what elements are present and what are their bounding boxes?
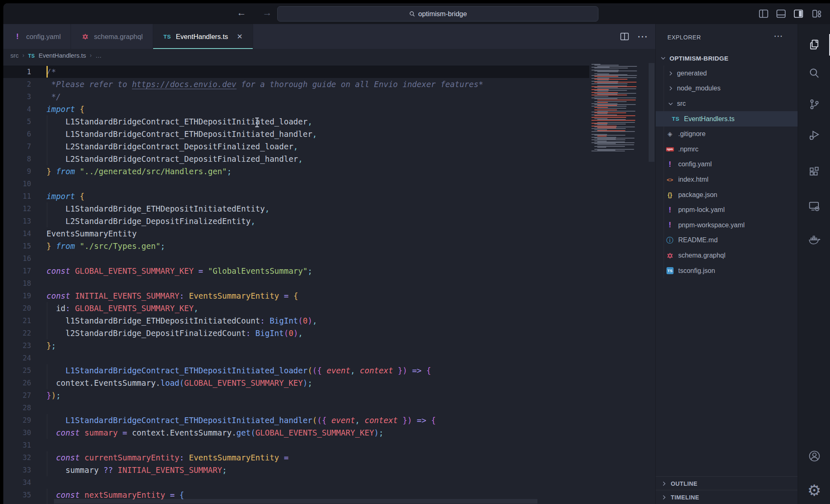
- code-line-33[interactable]: 33 summary ?? INITIAL_EVENTS_SUMMARY;: [3, 464, 655, 476]
- code-line-19[interactable]: 19const INITIAL_EVENTS_SUMMARY: EventsSu…: [3, 290, 655, 302]
- settings-icon[interactable]: ⚙: [807, 483, 822, 498]
- command-center-search[interactable]: optimism-bridge: [277, 6, 598, 22]
- back-arrow-icon[interactable]: ←: [237, 7, 246, 18]
- code-line-14[interactable]: 14EventsSummaryEntity: [3, 227, 655, 240]
- tree-item-label: pnpm-lock.yaml: [678, 206, 725, 214]
- tree-item-schema-graphql[interactable]: schema.graphql: [656, 248, 798, 263]
- minimap-line: [591, 117, 626, 118]
- minimap[interactable]: [591, 64, 646, 153]
- tree-item-node-modules[interactable]: node_modules: [656, 81, 798, 96]
- code-line-2[interactable]: 2 *Please refer to https://docs.envio.de…: [3, 78, 655, 90]
- tree-item-pnpm-lock-yaml[interactable]: !pnpm-lock.yaml: [656, 202, 798, 218]
- tab-eventhandlers-ts[interactable]: TSEventHandlers.ts✕: [153, 24, 253, 49]
- tab-config-yaml[interactable]: !config.yaml: [3, 24, 71, 49]
- code-line-5[interactable]: 5 L1StandardBridgeContract_ETHDepositIni…: [3, 115, 655, 128]
- code-line-8[interactable]: 8 L2StandardBridgeContract_DepositFinali…: [3, 153, 655, 165]
- breadcrumb-item[interactable]: EventHandlers.ts: [39, 52, 86, 59]
- code-line-31[interactable]: 31: [3, 439, 655, 451]
- indent-guide: [47, 327, 47, 339]
- code-line-23[interactable]: 23};: [3, 339, 655, 352]
- code-line-13[interactable]: 13 L2StandardBridge_DepositFinalizedEnti…: [3, 215, 655, 227]
- code-line-4[interactable]: 4import {: [3, 103, 655, 115]
- code-line-21[interactable]: 21 l1StandardBridge_ETHDepositInitiatedC…: [3, 314, 655, 327]
- tree-item--npmrc[interactable]: npm.npmrc: [656, 142, 798, 157]
- tree-item-index-html[interactable]: <>index.html: [656, 172, 798, 187]
- breadcrumb[interactable]: src›TSEventHandlers.ts›…: [3, 49, 662, 61]
- code-line-6[interactable]: 6 L1StandardBridgeContract_ETHDepositIni…: [3, 128, 655, 140]
- docker-icon[interactable]: [807, 233, 822, 248]
- code-line-32[interactable]: 32 const currentSummaryEntity: EventsSum…: [3, 451, 655, 464]
- tree-item-src[interactable]: src: [656, 96, 798, 112]
- timeline-section-header[interactable]: TIMELINE: [656, 490, 798, 504]
- remote-explorer-icon[interactable]: [807, 199, 822, 214]
- indent-guide: [47, 451, 47, 464]
- code-line-17[interactable]: 17const GLOBAL_EVENTS_SUMMARY_KEY = "Glo…: [3, 265, 655, 277]
- source-control-icon[interactable]: [807, 97, 822, 112]
- code-line-20[interactable]: 20 id: GLOBAL_EVENTS_SUMMARY_KEY,: [3, 302, 655, 314]
- tree-item-config-yaml[interactable]: !config.yaml: [656, 157, 798, 172]
- tree-item-package-json[interactable]: {}package.json: [656, 187, 798, 202]
- code-line-24[interactable]: 24: [3, 352, 655, 364]
- breadcrumb-separator: ›: [22, 52, 24, 58]
- toggle-primary-sidebar-icon[interactable]: [758, 8, 769, 19]
- minimap-line: [591, 131, 635, 132]
- minimap-line: [591, 95, 627, 95]
- toggle-panel-icon[interactable]: [776, 8, 786, 19]
- tree-item-tsconfig-json[interactable]: TStsconfig.json: [656, 263, 798, 278]
- code-line-22[interactable]: 22 l2StandardBridge_DepositFinalizedCoun…: [3, 327, 655, 339]
- code-line-11[interactable]: 11import {: [3, 190, 655, 202]
- vertical-scrollbar[interactable]: [649, 63, 654, 162]
- code-line-25[interactable]: 25 L1StandardBridgeContract_ETHDepositIn…: [3, 364, 655, 377]
- code-line-18[interactable]: 18: [3, 277, 655, 290]
- tree-item-eventhandlers-ts[interactable]: TSEventHandlers.ts: [656, 111, 798, 127]
- indent-guide: [47, 414, 47, 426]
- code-line-27[interactable]: 27});: [3, 389, 655, 402]
- forward-arrow-icon[interactable]: →: [262, 7, 272, 18]
- code-line-10[interactable]: 10: [3, 178, 655, 190]
- tree-item-label: node_modules: [677, 85, 720, 92]
- tab-schema-graphql[interactable]: schema.graphql: [71, 24, 153, 49]
- customize-layout-icon[interactable]: [811, 8, 822, 19]
- code-line-26[interactable]: 26 context.EventsSummary.load(GLOBAL_EVE…: [3, 377, 655, 389]
- code-line-29[interactable]: 29 L1StandardBridgeContract_ETHDepositIn…: [3, 414, 655, 426]
- outline-section-header[interactable]: OUTLINE: [656, 476, 798, 490]
- tree-item-pnpm-workspace-yaml[interactable]: !pnpm-workspace.yaml: [656, 218, 798, 233]
- code-line-9[interactable]: 9} from "../generated/src/Handlers.gen";: [3, 165, 655, 178]
- code-line-1[interactable]: 1/*: [3, 66, 655, 78]
- line-number: 11: [3, 190, 31, 202]
- code-line-7[interactable]: 7 L2StandardBridgeContract_DepositFinali…: [3, 140, 655, 153]
- ts-icon: TS: [671, 116, 680, 122]
- editor-group: !config.yamlschema.graphqlTSEventHandler…: [3, 24, 655, 504]
- extensions-icon[interactable]: [807, 164, 822, 179]
- breadcrumb-item[interactable]: src: [10, 52, 19, 59]
- code-line-16[interactable]: 16: [3, 252, 655, 265]
- tree-item-generated[interactable]: generated: [656, 66, 798, 81]
- minimap-line: [594, 143, 616, 144]
- close-icon[interactable]: ✕: [237, 32, 243, 41]
- indent-guide: [47, 128, 47, 140]
- tree-item-optimism-bridge[interactable]: OPTIMISM-BRIDGE: [656, 51, 798, 66]
- code-line-34[interactable]: 34: [3, 476, 655, 489]
- minimap-line: [597, 147, 606, 148]
- code-line-28[interactable]: 28: [3, 402, 655, 414]
- line-number: 15: [3, 240, 31, 252]
- tree-item-readme-md[interactable]: ⓘREADME.md: [656, 233, 798, 248]
- more-actions-icon[interactable]: ⋯: [637, 30, 648, 43]
- horizontal-scrollbar[interactable]: [54, 499, 537, 504]
- code-line-15[interactable]: 15} from "./src/Types.gen";: [3, 240, 655, 252]
- code-line-30[interactable]: 30 const summary = context.EventsSummary…: [3, 426, 655, 439]
- explorer-more-icon[interactable]: ⋯: [774, 31, 783, 41]
- search-icon[interactable]: [807, 66, 822, 81]
- toggle-secondary-sidebar-icon[interactable]: [793, 8, 804, 19]
- minimap-line: [597, 71, 618, 72]
- split-editor-icon[interactable]: [620, 32, 630, 41]
- breadcrumb-item[interactable]: …: [95, 52, 102, 59]
- code-line-12[interactable]: 12 L1StandardBridge_ETHDepositInitiatedE…: [3, 202, 655, 215]
- account-icon[interactable]: [807, 448, 822, 463]
- tree-item--gitignore[interactable]: ◈.gitignore: [656, 127, 798, 142]
- outline-label: OUTLINE: [671, 480, 697, 487]
- files-icon[interactable]: [807, 37, 822, 52]
- code-editor[interactable]: 1/*2 *Please refer to https://docs.envio…: [3, 61, 655, 504]
- run-debug-icon[interactable]: [807, 128, 822, 143]
- code-line-3[interactable]: 3 */: [3, 90, 655, 103]
